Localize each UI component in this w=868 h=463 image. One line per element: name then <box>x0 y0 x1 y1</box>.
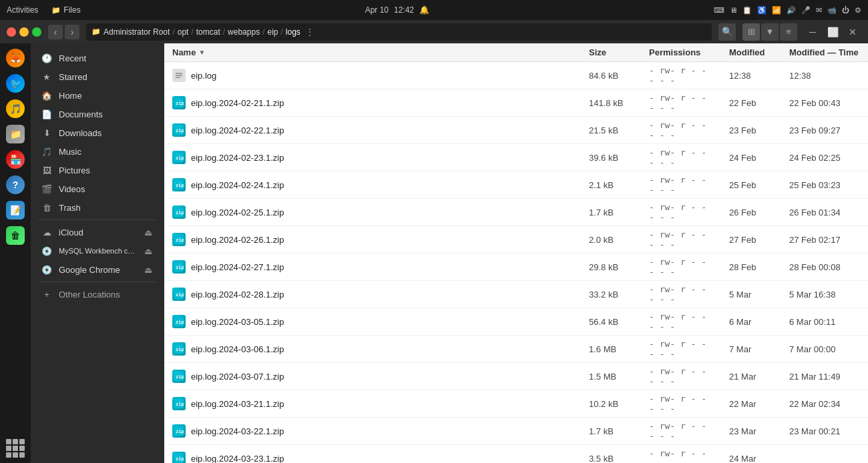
sidebar-item-music[interactable]: 🎵 Music <box>31 142 164 161</box>
chrome-eject-icon[interactable]: ⏏ <box>143 264 154 275</box>
view-controls: ⊞ ▼ ≡ <box>742 23 797 41</box>
file-manager-app-icon[interactable]: 🗑 <box>3 223 27 248</box>
accessibility-icon[interactable]: ♿ <box>757 6 767 15</box>
main-area: 🦊 🐦 🎵 📁 🏪 ? 📝 🗑 <box>0 43 868 463</box>
svg-text:zip: zip <box>176 101 184 106</box>
sidebar-item-starred[interactable]: ★ Starred <box>31 67 164 86</box>
table-row[interactable]: zip eip.log.2024-02-26.1.zip 2.0 kB - rw… <box>164 226 868 254</box>
breadcrumb-root[interactable]: Administrator Root <box>103 27 170 37</box>
list-view-button[interactable]: ≡ <box>780 23 797 41</box>
svg-text:zip: zip <box>176 320 184 325</box>
breadcrumb-webapps[interactable]: webapps <box>228 27 260 37</box>
sidebar-item-downloads[interactable]: ⬇ Downloads <box>31 123 164 142</box>
show-apps-button[interactable] <box>3 436 27 460</box>
power-icon[interactable]: ⏻ <box>842 6 849 14</box>
win-restore-button[interactable]: ⬜ <box>824 23 841 41</box>
file-size-cell: 1.7 kB <box>581 204 641 221</box>
sidebar-item-mysql[interactable]: 💿 MySQL Workbench community-8.0.34 ⏏ <box>31 242 164 260</box>
file-pane: Name ▼ Size Permissions Modified Modifie… <box>164 43 868 463</box>
breadcrumb-opt[interactable]: opt <box>178 27 189 37</box>
sidebar-divider-1 <box>39 219 156 220</box>
col-header-size[interactable]: Size <box>581 43 641 61</box>
back-button[interactable]: ‹ <box>48 25 63 39</box>
files-label[interactable]: 📁 Files <box>51 5 80 15</box>
mail-icon[interactable]: ✉ <box>816 6 822 15</box>
settings-icon[interactable]: ⚙ <box>855 6 861 15</box>
close-button[interactable] <box>7 27 16 37</box>
firefox-app-icon[interactable]: 🦊 <box>3 46 27 70</box>
table-row[interactable]: zip eip.log.2024-02-25.1.zip 1.7 kB - rw… <box>164 199 868 226</box>
sidebar-item-trash[interactable]: 🗑 Trash <box>31 198 164 217</box>
file-modified-time-cell: 25 Feb 03:23 <box>781 177 868 193</box>
mic-icon[interactable]: 🎤 <box>801 6 811 15</box>
breadcrumb-eip[interactable]: eip <box>268 27 278 37</box>
breadcrumb-menu-button[interactable]: ⋮ <box>306 27 314 37</box>
volume-icon[interactable]: 🔊 <box>787 6 796 15</box>
sidebar: 🕐 Recent ★ Starred 🏠 Home 📄 Documents ⬇ … <box>31 43 164 463</box>
table-row[interactable]: zip eip.log.2024-03-21.1.zip 10.2 kB - r… <box>164 390 868 418</box>
log-file-icon <box>172 69 186 82</box>
table-row[interactable]: zip eip.log.2024-03-05.1.zip 56.4 kB - r… <box>164 308 868 336</box>
table-row[interactable]: zip eip.log.2024-03-07.1.zip 1.5 MB - rw… <box>164 363 868 390</box>
thunderbird-app-icon[interactable]: 🐦 <box>3 71 27 95</box>
documents-icon: 📄 <box>41 109 52 119</box>
bell-icon[interactable]: 🔔 <box>419 5 429 15</box>
sidebar-item-other-locations[interactable]: + Other Locations <box>31 285 164 304</box>
table-row[interactable]: zip eip.log.2024-02-22.1.zip 21.5 kB - r… <box>164 117 868 144</box>
table-row[interactable]: zip eip.log.2024-03-23.1.zip 3.5 kB - rw… <box>164 445 868 463</box>
file-size-cell: 3.5 kB <box>581 450 641 464</box>
col-header-modified[interactable]: Modified <box>721 43 781 61</box>
sidebar-item-videos[interactable]: 🎬 Videos <box>31 179 164 198</box>
network-icon[interactable]: 📶 <box>772 6 781 15</box>
forward-button[interactable]: › <box>65 25 79 39</box>
col-header-permissions[interactable]: Permissions <box>641 43 721 61</box>
table-row[interactable]: eip.log 84.6 kB - rw- r - - - - - 12:38 … <box>164 62 868 89</box>
display-icon[interactable]: 🖥 <box>730 6 737 14</box>
maximize-button[interactable] <box>32 27 41 37</box>
mysql-eject-icon[interactable]: ⏏ <box>143 246 154 256</box>
grid-view-button[interactable]: ⊞ <box>742 23 760 41</box>
sidebar-item-pictures[interactable]: 🖼 Pictures <box>31 161 164 179</box>
win-close-button[interactable]: ✕ <box>844 23 861 41</box>
table-row[interactable]: zip eip.log.2024-03-06.1.zip 1.6 MB - rw… <box>164 336 868 363</box>
files-app-icon[interactable]: 📁 <box>3 122 27 146</box>
keyboard-icon[interactable]: ⌨ <box>714 6 724 15</box>
file-name-cell: zip eip.log.2024-03-23.1.zip <box>164 448 581 463</box>
view-toggle-button[interactable]: ▼ <box>761 23 779 41</box>
table-row[interactable]: zip eip.log.2024-02-27.1.zip 29.8 kB - r… <box>164 254 868 281</box>
table-row[interactable]: zip eip.log.2024-02-21.1.zip 141.8 kB - … <box>164 89 868 117</box>
zip-icon: zip <box>172 96 186 109</box>
clipboard-icon[interactable]: 📋 <box>742 6 752 15</box>
search-button[interactable]: 🔍 <box>718 23 736 41</box>
text-editor-app-icon[interactable]: 📝 <box>3 198 27 222</box>
activities-label[interactable]: Activities <box>7 5 38 15</box>
col-header-modified-time[interactable]: Modified — Time <box>781 43 868 61</box>
time-label: 12:42 <box>394 5 414 15</box>
file-modified-time-cell: 24 Feb 02:25 <box>781 149 868 166</box>
table-row[interactable]: zip eip.log.2024-02-24.1.zip 2.1 kB - rw… <box>164 171 868 199</box>
sidebar-item-recent[interactable]: 🕐 Recent <box>31 49 164 67</box>
sidebar-label-downloads: Downloads <box>59 128 154 138</box>
file-size-cell: 21.5 kB <box>581 122 641 139</box>
software-app-icon[interactable]: 🏪 <box>3 147 27 171</box>
sidebar-label-trash: Trash <box>59 203 154 213</box>
sidebar-item-chrome[interactable]: 💿 Google Chrome ⏏ <box>31 260 164 279</box>
nav-buttons: ‹ › <box>48 25 79 39</box>
win-minimize-button[interactable]: ─ <box>804 23 821 41</box>
sidebar-item-home[interactable]: 🏠 Home <box>31 86 164 105</box>
breadcrumb-tomcat[interactable]: tomcat <box>196 27 220 37</box>
table-row[interactable]: zip eip.log.2024-02-28.1.zip 33.2 kB - r… <box>164 281 868 308</box>
col-header-name[interactable]: Name ▼ <box>164 43 581 61</box>
minimize-button[interactable] <box>19 27 29 37</box>
table-row[interactable]: zip eip.log.2024-03-22.1.zip 1.7 kB - rw… <box>164 418 868 445</box>
rhythmbox-app-icon[interactable]: 🎵 <box>3 97 27 121</box>
sidebar-item-icloud[interactable]: ☁ iCloud ⏏ <box>31 223 164 242</box>
icloud-eject-icon[interactable]: ⏏ <box>143 227 154 238</box>
screen-record-icon[interactable]: 📹 <box>827 6 837 15</box>
home-icon: 🏠 <box>41 90 52 101</box>
table-row[interactable]: zip eip.log.2024-02-23.1.zip 39.6 kB - r… <box>164 144 868 171</box>
sidebar-item-documents[interactable]: 📄 Documents <box>31 105 164 123</box>
help-app-icon[interactable]: ? <box>3 173 27 197</box>
file-modified-time-cell: 7 Mar 00:00 <box>781 341 868 358</box>
videos-icon: 🎬 <box>41 183 52 194</box>
